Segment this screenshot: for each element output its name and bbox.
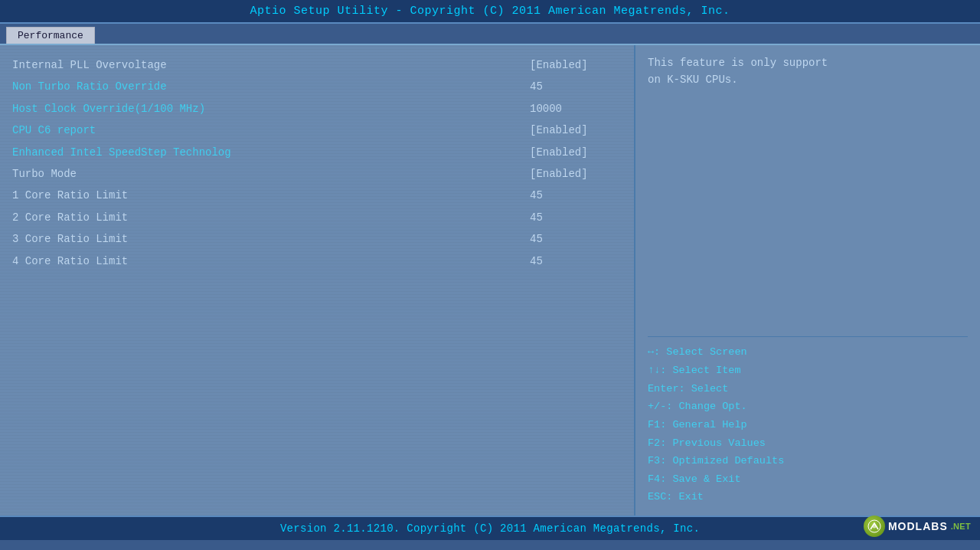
menu-item-label: Enhanced Intel SpeedStep Technolog	[12, 144, 231, 161]
key-help-item: F3: Optimized Defaults	[648, 452, 968, 470]
tab-performance[interactable]: Performance	[6, 27, 95, 44]
modlabs-brand: MODLABS	[888, 520, 948, 532]
menu-item-value: 45	[530, 253, 622, 270]
menu-item-label: 1 Core Ratio Limit	[12, 187, 128, 204]
menu-item[interactable]: Non Turbo Ratio Override45	[12, 76, 622, 97]
help-line1: This feature is only support	[648, 54, 968, 71]
key-help: ↔: Select Screen↑↓: Select ItemEnter: Se…	[648, 343, 968, 506]
key-help-item: ↔: Select Screen	[648, 343, 968, 362]
menu-item[interactable]: 2 Core Ratio Limit45	[12, 207, 622, 228]
menu-item-value: 10000	[530, 100, 622, 117]
menu-item-value: 45	[530, 78, 622, 95]
menu-item-label: 2 Core Ratio Limit	[12, 209, 128, 226]
menu-item[interactable]: 1 Core Ratio Limit45	[12, 185, 622, 206]
key-help-item: ESC: Exit	[648, 488, 968, 506]
key-help-item: F2: Previous Values	[648, 434, 968, 453]
menu-item-label: 4 Core Ratio Limit	[12, 253, 128, 270]
help-text: This feature is only support on K-SKU CP…	[648, 54, 968, 330]
tab-row: Performance	[0, 24, 980, 45]
menu-item[interactable]: CPU C6 report[Enabled]	[12, 119, 622, 141]
key-help-item: +/-: Change Opt.	[648, 398, 968, 416]
key-help-item: F1: General Help	[648, 416, 968, 434]
menu-item-label: Internal PLL Overvoltage	[12, 57, 167, 74]
menu-item[interactable]: Host Clock Override(1/100 MHz)10000	[12, 98, 622, 119]
menu-item[interactable]: Enhanced Intel SpeedStep Technolog[Enabl…	[12, 142, 622, 163]
menu-item[interactable]: Internal PLL Overvoltage[Enabled]	[12, 54, 622, 76]
tab-label: Performance	[18, 30, 83, 41]
key-help-item: ↑↓: Select Item	[648, 362, 968, 380]
key-help-item: Enter: Select	[648, 380, 968, 398]
menu-item-label: CPU C6 report	[12, 122, 96, 139]
modlabs-logo: MODLABS.NET	[864, 516, 971, 537]
menu-item-value: 45	[530, 231, 622, 247]
modlabs-suffix: .NET	[951, 522, 971, 531]
key-help-item: F4: Save & Exit	[648, 470, 968, 489]
title-bar: Aptio Setup Utility - Copyright (C) 2011…	[0, 0, 980, 24]
main-content: Internal PLL Overvoltage[Enabled]Non Tur…	[0, 45, 980, 517]
menu-item-label: 3 Core Ratio Limit	[12, 231, 128, 247]
menu-item[interactable]: 4 Core Ratio Limit45	[12, 250, 622, 272]
bottom-bar: Version 2.11.1210. Copyright (C) 2011 Am…	[0, 517, 980, 540]
left-panel: Internal PLL Overvoltage[Enabled]Non Tur…	[0, 45, 635, 516]
help-line2: on K-SKU CPUs.	[648, 71, 968, 88]
menu-item-value: [Enabled]	[530, 57, 622, 74]
menu-item-label: Host Clock Override(1/100 MHz)	[12, 100, 205, 117]
modlabs-icon	[864, 516, 885, 537]
menu-item-label: Turbo Mode	[12, 165, 77, 182]
menu-item-value: [Enabled]	[530, 144, 622, 161]
divider	[648, 336, 968, 337]
menu-container: Internal PLL Overvoltage[Enabled]Non Tur…	[12, 54, 622, 272]
menu-item-value: [Enabled]	[530, 122, 622, 139]
bottom-text: Version 2.11.1210. Copyright (C) 2011 Am…	[280, 522, 700, 535]
menu-item-value: [Enabled]	[530, 165, 622, 182]
menu-item-value: 45	[530, 187, 622, 204]
menu-item-label: Non Turbo Ratio Override	[12, 78, 167, 95]
menu-item-value: 45	[530, 209, 622, 226]
menu-item[interactable]: Turbo Mode[Enabled]	[12, 163, 622, 185]
title-text: Aptio Setup Utility - Copyright (C) 2011…	[250, 5, 730, 18]
right-panel: This feature is only support on K-SKU CP…	[635, 45, 980, 516]
menu-item[interactable]: 3 Core Ratio Limit45	[12, 228, 622, 250]
svg-point-1	[872, 525, 876, 529]
